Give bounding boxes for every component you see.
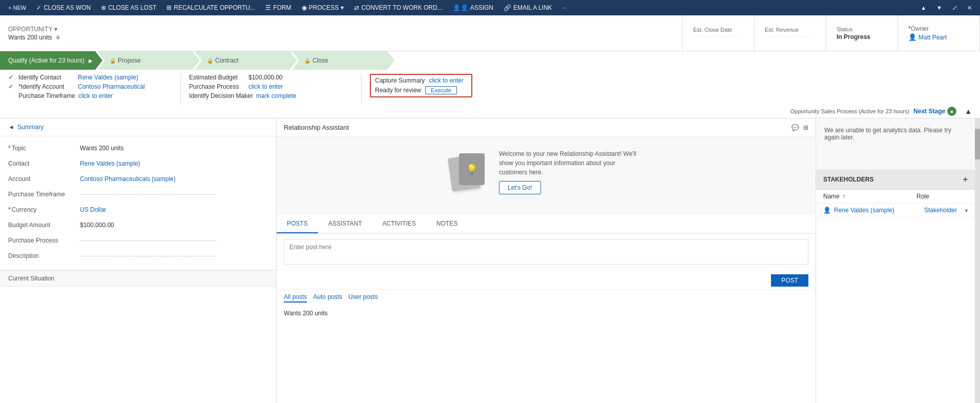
summary-section-header[interactable]: ◄ Summary	[0, 118, 276, 136]
purchase-timeframe-value[interactable]: ─────────────────────────────────	[80, 192, 268, 197]
relationship-assistant-header: Relationship Assistant 💬 ⊞	[277, 118, 816, 137]
decision-maker-value[interactable]: mark complete	[256, 92, 297, 99]
filter-user-posts[interactable]: User posts	[348, 293, 378, 303]
right-panel: We are unable to get analytics data. Ple…	[816, 118, 975, 403]
stakeholder-role[interactable]: Stakeholder	[924, 207, 965, 214]
image-icon[interactable]: ⊞	[803, 124, 808, 131]
stakeholder-chevron-icon[interactable]: ▾	[965, 208, 968, 213]
filter-all-posts[interactable]: All posts	[284, 293, 307, 303]
form-row-budget: Budget Amount $100,000.00	[0, 217, 276, 233]
post-input[interactable]	[284, 239, 808, 265]
description-value[interactable]: ─────────────────────────────────	[80, 253, 268, 259]
current-situation-body[interactable]	[0, 287, 276, 307]
scrollbar[interactable]	[975, 118, 980, 403]
more-button[interactable]: ···	[558, 4, 571, 12]
form-row-purchase-timeframe: Purchase Timeframe ─────────────────────…	[0, 187, 276, 202]
new-button[interactable]: + NEW	[4, 4, 30, 12]
form-button[interactable]: ☰ FORM	[261, 3, 295, 12]
form-icon: ☰	[265, 4, 271, 11]
welcome-text: Welcome to your new Relationship Assista…	[499, 149, 642, 194]
tab-assistant[interactable]: ASSISTANT	[318, 215, 372, 233]
welcome-cards: 💡	[450, 151, 491, 192]
pipeline-col-2: Estimated Budget $100,000.00 Purchase Pr…	[189, 74, 332, 99]
contact-value[interactable]: Rene Valdes (sample)	[80, 160, 268, 167]
lets-go-button[interactable]: Let's Go!	[499, 181, 541, 194]
status-field: Status In Progress	[826, 15, 898, 51]
form-row-account: Account Contoso Pharmaceuticals (sample)	[0, 171, 276, 187]
close-button[interactable]: ✕	[963, 4, 976, 12]
lightbulb-icon: 💡	[459, 153, 485, 185]
tab-notes[interactable]: NOTES	[426, 215, 468, 233]
post-button[interactable]: POST	[771, 274, 808, 287]
assign-button[interactable]: 👤👤 ASSIGN	[449, 3, 497, 12]
execute-button[interactable]: Execute	[425, 86, 457, 94]
add-stakeholder-button[interactable]: +	[963, 175, 968, 184]
pipeline-row-identify-contact: ✓ Identify Contact Rene Valdes (sample)	[8, 74, 152, 81]
header-left: OPPORTUNITY ▾ Wants 200 units ≡	[0, 15, 682, 51]
status-value: In Progress	[837, 33, 887, 41]
account-value[interactable]: Contoso Pharmaceuticals (sample)	[80, 175, 268, 183]
chat-icon[interactable]: 💬	[791, 124, 799, 131]
welcome-graphic: 💡 Welcome to your new Relationship Assis…	[450, 149, 642, 194]
expand-button[interactable]: ⤢	[948, 4, 961, 12]
identify-account-value[interactable]: Contoso Pharmaceutical	[78, 83, 145, 90]
recalculate-button[interactable]: ⊞ RECALCULATE OPPORTU...	[162, 3, 259, 12]
identify-contact-value[interactable]: Rene Valdes (sample)	[78, 74, 138, 81]
analytics-message: We are unable to get analytics data. Ple…	[816, 118, 975, 170]
relationship-assistant-body: 💡 Welcome to your new Relationship Assis…	[277, 137, 816, 215]
pipeline-divider-2	[361, 74, 362, 105]
pipeline-row-identify-account: ✓ *Identify Account Contoso Pharmaceutic…	[8, 83, 152, 90]
stakeholders-section: STAKEHOLDERS + Name ↑ Role 👤 Rene Valdes…	[816, 170, 975, 217]
middle-panel: Relationship Assistant 💬 ⊞ 💡 Welcome to …	[277, 118, 816, 403]
collapse-pipeline-button[interactable]: ▲	[965, 107, 972, 115]
email-button[interactable]: 🔗 EMAIL A LINK	[499, 3, 556, 12]
stakeholders-table-header: Name ↑ Role	[816, 190, 975, 204]
relationship-assistant-title: Relationship Assistant	[284, 124, 349, 131]
header-area: OPPORTUNITY ▾ Wants 200 units ≡ Est. Clo…	[0, 15, 980, 51]
pipeline-row-decision-maker: Identify Decision Maker mark complete	[189, 92, 332, 99]
convert-button[interactable]: ⇄ CONVERT TO WORK ORD...	[350, 3, 446, 12]
stage-qualify-label: Qualify (Active for 23 hours)	[8, 57, 85, 64]
form-row-purchase-process: Purchase Process ───────────────────────…	[0, 233, 276, 248]
owner-field[interactable]: *Owner 👤 Matt Peart	[898, 15, 980, 51]
next-stage-button[interactable]: Next Stage ●	[913, 107, 956, 116]
stage-qualify[interactable]: Qualify (Active for 23 hours) ▶	[0, 51, 102, 70]
purchase-process-value[interactable]: ─────────────────────────────────	[80, 238, 268, 244]
close-as-lost-button[interactable]: ⊗ CLOSE AS LOST	[97, 3, 160, 12]
currency-value[interactable]: US Dollar	[80, 206, 268, 213]
tab-activities[interactable]: ACTIVITIES	[372, 215, 426, 233]
stage-propose[interactable]: 🔒 Propose	[97, 51, 200, 70]
left-panel: ◄ Summary Topic Wants 200 units Contact …	[0, 118, 277, 403]
post-input-area	[277, 234, 816, 271]
sort-name-icon[interactable]: ↑	[842, 193, 845, 200]
process-button[interactable]: ◉ PROCESS ▾	[298, 3, 348, 12]
purchase-timeframe-pipeline-value[interactable]: click to enter	[78, 92, 113, 99]
topic-value[interactable]: Wants 200 units	[80, 145, 268, 152]
convert-icon: ⇄	[354, 4, 359, 11]
pipeline-details-wrapper: ✓ Identify Contact Rene Valdes (sample) …	[0, 70, 980, 118]
post-preview: Wants 200 units	[277, 306, 816, 321]
stage-close[interactable]: 🔒 Close	[292, 51, 394, 70]
scrollbar-thumb[interactable]	[975, 129, 980, 159]
stakeholder-name[interactable]: Rene Valdes (sample)	[834, 207, 924, 214]
current-situation-header[interactable]: Current Situation	[0, 270, 276, 287]
nav-down-button[interactable]: ▼	[932, 4, 946, 12]
owner-icon: 👤	[908, 33, 916, 41]
purchase-process-pipeline-value[interactable]: click to enter	[248, 83, 283, 90]
filter-auto-posts[interactable]: Auto posts	[313, 293, 342, 303]
tab-posts[interactable]: POSTS	[277, 215, 318, 233]
entity-chevron-icon[interactable]: ▾	[54, 26, 57, 33]
menu-icon[interactable]: ≡	[56, 34, 60, 41]
tabs-row: POSTS ASSISTANT ACTIVITIES NOTES	[277, 215, 816, 234]
owner-value[interactable]: Matt Peart	[919, 34, 947, 41]
close-as-won-button[interactable]: ✓ CLOSE AS WON	[32, 3, 95, 12]
summary-form: Topic Wants 200 units Contact Rene Valde…	[0, 136, 276, 268]
stage-qualify-arrow: ▶	[89, 58, 93, 64]
summary-toggle-icon: ◄	[8, 124, 14, 131]
stage-contract[interactable]: 🔒 Contract	[195, 51, 297, 70]
nav-up-button[interactable]: ▲	[916, 4, 930, 12]
budget-value: $100,000.00	[80, 221, 268, 229]
toolbar: + NEW ✓ CLOSE AS WON ⊗ CLOSE AS LOST ⊞ R…	[0, 0, 980, 15]
next-stage-circle-icon: ●	[947, 107, 956, 116]
capture-summary-value[interactable]: click to enter	[429, 77, 463, 84]
